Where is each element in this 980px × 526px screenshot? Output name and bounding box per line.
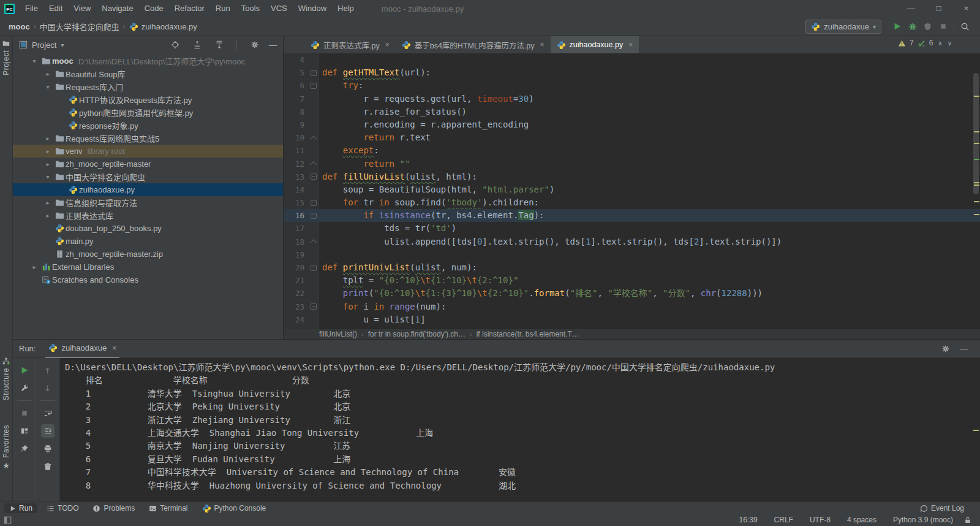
scrollend-button[interactable] <box>41 424 55 438</box>
fold-end-icon[interactable] <box>308 235 318 248</box>
stop-button[interactable] <box>18 406 31 420</box>
tree-item[interactable]: zuihaodaxue.py <box>13 183 283 196</box>
hide-panel-button[interactable]: — <box>269 40 277 50</box>
run-tab[interactable]: zuihaodaxue× <box>45 340 119 358</box>
tree-item[interactable]: zh_mooc_reptile-master.zip <box>13 248 283 261</box>
run-console-output[interactable]: D:\Users\DELL\Desktop\江苏师范大学\py\mooc\ven… <box>59 358 980 502</box>
minimize-button[interactable]: — <box>897 0 925 17</box>
indent-style[interactable]: 4 spaces <box>847 516 876 524</box>
rerun-button[interactable] <box>18 364 31 377</box>
favorites-tool-window-button[interactable]: Favorites★ <box>0 425 12 470</box>
tree-item[interactable]: response对象.py <box>13 119 283 132</box>
breadcrumb-item[interactable]: zuihaodaxue.py <box>129 22 197 31</box>
menu-refactor[interactable]: Refactor <box>169 0 210 17</box>
softwrap-button[interactable] <box>41 406 55 420</box>
chevron-right-icon[interactable]: ▸ <box>42 135 53 142</box>
inspections-widget[interactable]: 76∧∨ <box>898 39 952 47</box>
tool-window-switcher-icon[interactable] <box>4 516 12 524</box>
fold-icon[interactable] <box>308 66 318 79</box>
close-icon[interactable]: × <box>112 344 116 353</box>
breadcrumb-item[interactable]: mooc <box>9 22 30 31</box>
tool-window-tab-event-log[interactable]: Event Log <box>915 503 969 513</box>
fold-icon[interactable] <box>308 300 318 313</box>
up-button[interactable] <box>41 364 55 377</box>
editor-scrollbar[interactable] <box>973 73 979 194</box>
menu-code[interactable]: Code <box>139 0 169 17</box>
close-button[interactable]: × <box>952 0 980 17</box>
run-coverage-button[interactable] <box>920 20 935 33</box>
hide-tool-window-button[interactable]: — <box>960 344 968 353</box>
line-separator[interactable]: CRLF <box>774 516 793 524</box>
locate-button[interactable] <box>167 38 183 51</box>
tree-item[interactable]: ▸信息组织与提取方法 <box>13 196 283 209</box>
tree-item[interactable]: ▸venvlibrary root <box>13 145 283 158</box>
gear-icon[interactable] <box>941 345 950 353</box>
menu-file[interactable]: File <box>20 0 43 17</box>
print-button[interactable] <box>41 442 55 455</box>
fold-icon[interactable] <box>308 196 318 209</box>
editor-breadcrumb-item[interactable]: if isinstance(tr, bs4.element.T… <box>477 330 579 338</box>
pin-button[interactable] <box>18 442 31 455</box>
chevron-right-icon[interactable]: ▸ <box>42 148 53 154</box>
code-editor[interactable]: 45def getHTMLText(url):6 try:7 r = reque… <box>284 53 980 329</box>
tree-item[interactable]: ▾中国大学排名定向爬虫 <box>13 170 283 183</box>
stop-button[interactable] <box>935 20 951 33</box>
project-tool-window-button[interactable]: Project <box>0 40 12 75</box>
layout-button[interactable] <box>18 424 31 438</box>
tree-item[interactable]: ▸External Libraries <box>13 261 283 273</box>
expand-button[interactable] <box>189 38 205 51</box>
wrench-button[interactable] <box>18 381 31 395</box>
fold-icon[interactable] <box>308 261 318 274</box>
search-everywhere-button[interactable] <box>957 20 973 33</box>
python-interpreter[interactable]: Python 3.9 (mooc) <box>893 516 953 524</box>
menu-tools[interactable]: Tools <box>236 0 265 17</box>
close-icon[interactable]: × <box>540 40 545 49</box>
editor-tab[interactable]: 基于bs4库的HTML内容遍历方法.py× <box>396 36 551 53</box>
menu-navigate[interactable]: Navigate <box>96 0 138 17</box>
run-button[interactable] <box>889 20 905 33</box>
file-encoding[interactable]: UTF-8 <box>810 516 831 524</box>
fold-icon[interactable] <box>308 79 318 92</box>
menu-window[interactable]: Window <box>293 0 332 17</box>
menu-run[interactable]: Run <box>210 0 236 17</box>
editor-tab[interactable]: zuihaodaxue.py× <box>551 36 639 53</box>
fold-end-icon[interactable] <box>308 131 318 144</box>
tree-item[interactable]: ▾Requests库入门 <box>13 80 283 93</box>
menu-edit[interactable]: Edit <box>43 0 68 17</box>
structure-tool-window-button[interactable]: Structure <box>0 357 12 400</box>
tool-window-tab-run[interactable]: Run <box>4 503 37 513</box>
chevron-right-icon[interactable]: ▸ <box>42 199 53 206</box>
run-configuration-selector[interactable]: zuihaodaxue▾ <box>805 20 881 34</box>
prev-warning-button[interactable]: ∧ <box>938 40 942 47</box>
tree-item[interactable]: ▸Beautiful Soup库 <box>13 67 283 80</box>
lock-icon[interactable] <box>964 516 971 524</box>
tree-item[interactable]: Scratches and Consoles <box>13 273 283 286</box>
tree-item[interactable]: main.py <box>13 235 283 248</box>
close-icon[interactable]: × <box>628 40 633 49</box>
trash-button[interactable] <box>41 460 55 473</box>
editor-tab[interactable]: 正则表达式库.py× <box>304 36 396 53</box>
tree-item[interactable]: ▸Requests库网络爬虫实战5 <box>13 132 283 145</box>
menu-view[interactable]: View <box>68 0 96 17</box>
tool-window-tab-problems[interactable]: Problems <box>88 503 140 513</box>
chevron-right-icon[interactable]: ▸ <box>42 161 53 167</box>
chevron-down-icon[interactable]: ▾ <box>42 83 53 90</box>
tree-item[interactable]: ▸正则表达式库 <box>13 209 283 222</box>
editor-breadcrumb-item[interactable]: for tr in soup.find('tbody').ch… <box>368 330 466 338</box>
fold-end-icon[interactable] <box>308 158 318 170</box>
tree-item[interactable]: douban_top_250_books.py <box>13 222 283 235</box>
tree-item[interactable]: ▾moocD:\Users\DELL\Desktop\江苏师范大学\py\moo… <box>13 55 283 67</box>
editor-breadcrumb-item[interactable]: fillUnivList() <box>319 330 357 338</box>
debug-button[interactable] <box>905 20 920 33</box>
chevron-right-icon[interactable]: ▸ <box>42 212 53 219</box>
menu-help[interactable]: Help <box>332 0 360 17</box>
tool-window-tab-terminal[interactable]: Terminal <box>144 503 192 513</box>
tool-window-tab-python-console[interactable]: Python Console <box>197 503 271 514</box>
chevron-right-icon[interactable]: ▸ <box>42 71 53 77</box>
fold-icon[interactable] <box>308 209 318 222</box>
menu-vcs[interactable]: VCS <box>265 0 293 17</box>
collapse-button[interactable] <box>211 38 227 51</box>
chevron-down-icon[interactable]: ▾ <box>29 58 40 64</box>
gear-button[interactable] <box>247 38 262 51</box>
breadcrumb-item[interactable]: 中国大学排名定向爬虫 <box>40 21 119 32</box>
